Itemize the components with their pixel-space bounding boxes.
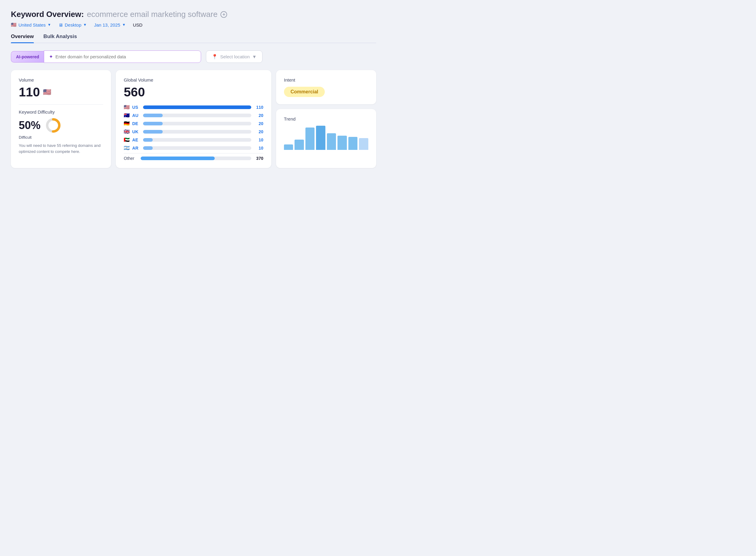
- location-filter[interactable]: 🇺🇸 United States ▼: [11, 22, 51, 28]
- country-code: UK: [132, 129, 141, 134]
- global-volume-label: Global Volume: [124, 77, 263, 82]
- country-bar-bg: [143, 105, 251, 109]
- other-row: Other 370: [124, 153, 263, 161]
- date-label: Jan 13, 2025: [94, 22, 120, 28]
- other-value: 370: [254, 156, 263, 161]
- country-code: AE: [132, 138, 141, 142]
- page-header: Keyword Overview: ecommerce email market…: [11, 10, 376, 28]
- trend-bar: [348, 137, 358, 150]
- country-code: US: [132, 105, 141, 110]
- country-value: 20: [254, 129, 263, 134]
- trend-bar: [305, 128, 315, 150]
- volume-value-row: 110 🇺🇸: [19, 85, 103, 99]
- volume-flag: 🇺🇸: [43, 88, 51, 96]
- global-volume-card: Global Volume 560 🇺🇸 US 110 🇦🇺 AU 20 🇩🇪 …: [116, 70, 271, 168]
- country-code: DE: [132, 121, 141, 126]
- location-select-button[interactable]: 📍 Select location ▼: [206, 50, 262, 63]
- trend-bar: [295, 140, 304, 150]
- country-bar-bg: [143, 122, 251, 126]
- country-bar-bg: [143, 138, 251, 142]
- kd-section: Keyword Difficulty 50% Difficult You wil…: [19, 109, 103, 154]
- ai-powered-badge: AI-powered: [11, 51, 44, 63]
- cards-row: Volume 110 🇺🇸 Keyword Difficulty 50% Dif…: [11, 70, 376, 168]
- date-chevron-icon: ▼: [122, 23, 126, 27]
- currency-label: USD: [133, 22, 143, 28]
- location-chevron-icon: ▼: [47, 23, 51, 27]
- kd-description: You will need to have 55 referring domai…: [19, 143, 103, 154]
- country-bar-fill: [143, 114, 162, 117]
- domain-input-wrapper[interactable]: ✦: [44, 50, 201, 63]
- ai-bar: AI-powered ✦ 📍 Select location ▼: [11, 50, 376, 63]
- country-value: 10: [254, 146, 263, 150]
- country-flag: 🇺🇸: [124, 104, 130, 110]
- country-row: 🇦🇷 AR 10: [124, 145, 263, 151]
- country-bar-fill: [143, 105, 251, 109]
- trend-bar: [284, 144, 293, 150]
- add-keyword-icon[interactable]: +: [221, 11, 227, 18]
- country-row: 🇺🇸 US 110: [124, 104, 263, 110]
- country-row: 🇩🇪 DE 20: [124, 120, 263, 126]
- country-rows-container: 🇺🇸 US 110 🇦🇺 AU 20 🇩🇪 DE 20 🇬🇧 UK: [124, 104, 263, 151]
- kd-difficulty-label: Difficult: [19, 135, 103, 140]
- country-bar-bg: [143, 130, 251, 134]
- trend-bar: [359, 138, 368, 150]
- country-value: 20: [254, 121, 263, 126]
- location-select-chevron-icon: ▼: [252, 54, 257, 59]
- device-filter[interactable]: 🖥 Desktop ▼: [58, 22, 87, 28]
- device-label: Desktop: [65, 22, 81, 28]
- tabs-row: Overview Bulk Analysis: [11, 34, 376, 43]
- title-keyword: Keyword Overview:: [11, 10, 84, 19]
- trend-label: Trend: [284, 116, 368, 121]
- location-label: United States: [19, 22, 46, 28]
- country-code: AU: [132, 113, 141, 118]
- commercial-badge: Commercial: [284, 87, 325, 97]
- other-bar-bg: [141, 157, 251, 160]
- volume-value: 110: [19, 85, 40, 99]
- intent-card: Intent Commercial: [276, 70, 376, 104]
- country-bar-fill: [143, 130, 162, 134]
- volume-kd-card: Volume 110 🇺🇸 Keyword Difficulty 50% Dif…: [11, 70, 111, 168]
- right-column: Intent Commercial Trend: [276, 70, 376, 168]
- tab-bulk-analysis[interactable]: Bulk Analysis: [43, 34, 77, 43]
- global-volume-value: 560: [124, 85, 263, 99]
- other-bar-fill: [141, 157, 215, 160]
- kd-value: 50%: [19, 119, 40, 132]
- intent-label: Intent: [284, 77, 368, 82]
- date-filter[interactable]: Jan 13, 2025 ▼: [94, 22, 126, 28]
- desktop-icon: 🖥: [58, 22, 63, 28]
- volume-label: Volume: [19, 77, 103, 82]
- country-flag: 🇬🇧: [124, 129, 130, 135]
- trend-bar: [316, 126, 325, 150]
- country-flag: 🇦🇪: [124, 137, 130, 143]
- us-flag: 🇺🇸: [11, 22, 17, 28]
- donut-chart: [45, 117, 62, 134]
- domain-input[interactable]: [55, 54, 196, 59]
- kd-label: Keyword Difficulty: [19, 109, 103, 114]
- trend-bar: [327, 133, 336, 150]
- card-divider: [19, 104, 103, 105]
- country-row: 🇬🇧 UK 20: [124, 129, 263, 135]
- trend-card: Trend: [276, 109, 376, 168]
- country-flag: 🇩🇪: [124, 120, 130, 126]
- title-query: ecommerce email marketing software: [87, 10, 218, 19]
- country-bar-bg: [143, 114, 251, 117]
- sparkle-icon: ✦: [49, 54, 53, 60]
- tab-overview[interactable]: Overview: [11, 34, 34, 43]
- trend-chart: [284, 126, 368, 150]
- country-flag: 🇦🇺: [124, 112, 130, 118]
- country-bar-bg: [143, 146, 251, 150]
- country-bar-fill: [143, 146, 153, 150]
- country-value: 10: [254, 138, 263, 142]
- country-value: 20: [254, 113, 263, 118]
- other-label: Other: [124, 156, 138, 161]
- trend-bar: [337, 136, 347, 150]
- filters-row: 🇺🇸 United States ▼ 🖥 Desktop ▼ Jan 13, 2…: [11, 22, 376, 28]
- device-chevron-icon: ▼: [83, 23, 87, 27]
- country-bar-fill: [143, 138, 153, 142]
- country-bar-fill: [143, 122, 162, 126]
- country-value: 110: [254, 105, 263, 110]
- country-row: 🇦🇺 AU 20: [124, 112, 263, 118]
- country-flag: 🇦🇷: [124, 145, 130, 151]
- location-pin-icon: 📍: [212, 54, 218, 60]
- page-title: Keyword Overview: ecommerce email market…: [11, 10, 376, 19]
